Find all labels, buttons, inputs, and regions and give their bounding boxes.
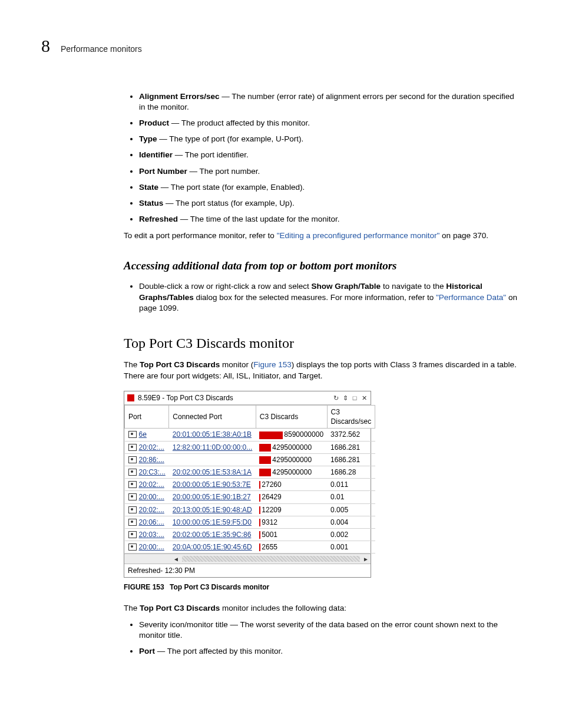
port-icon xyxy=(128,531,137,538)
discards-value: 12209 xyxy=(262,506,281,514)
scroll-track[interactable] xyxy=(182,556,360,562)
discards-sec-cell: 0.002 xyxy=(327,528,375,541)
table-row[interactable]: 20:00:...20:0A:00:05:1E:90:45:6D26550.00… xyxy=(125,541,375,554)
discards-value: 4295000000 xyxy=(272,468,312,476)
col-c3-discards-sec[interactable]: C3 Discards/sec xyxy=(327,406,375,429)
port-link[interactable]: 20:00:... xyxy=(139,492,164,502)
definition: Severity icon/monitor title — The worst … xyxy=(139,620,498,640)
figure-label: FIGURE 153 xyxy=(124,583,164,591)
discards-bar xyxy=(259,444,271,452)
connected-port-link[interactable]: 20:00:00:05:1E:90:53:7E xyxy=(173,480,251,489)
page-section-title: Performance monitors xyxy=(61,44,142,55)
connected-port-cell: 10:00:00:05:1E:59:F5:D0 xyxy=(169,516,256,528)
discards-cell: 2655 xyxy=(256,541,327,554)
figure-caption: FIGURE 153 Top Port C3 Discards monitor xyxy=(124,582,521,592)
definition: — The port number. xyxy=(187,167,260,176)
scroll-left-icon[interactable]: ◄ xyxy=(171,554,181,564)
discards-cell: 27260 xyxy=(256,479,327,491)
horizontal-scrollbar[interactable]: ◄ ► xyxy=(124,554,371,564)
port-cell: 20:02:... xyxy=(125,479,169,491)
discards-sec-cell: 0.01 xyxy=(327,491,375,503)
port-link[interactable]: 20:03:... xyxy=(139,530,164,539)
discards-bar xyxy=(259,543,260,551)
collapse-icon[interactable]: ⇕ xyxy=(342,394,349,401)
table-row[interactable]: 20:02:...20:13:00:05:1E:90:48:AD122090.0… xyxy=(125,503,375,516)
discards-cell: 9312 xyxy=(256,516,327,528)
table-row[interactable]: 20:03:...20:02:00:05:1E:35:9C:8650010.00… xyxy=(125,528,375,541)
refresh-icon[interactable]: ↻ xyxy=(332,394,339,401)
discards-bar xyxy=(259,506,260,514)
port-link[interactable]: 20:86:... xyxy=(139,455,164,465)
page-header: 8 Performance monitors xyxy=(41,34,521,58)
list-item: State — The port state (for example, Ena… xyxy=(139,182,521,193)
sub-heading: Accessing additional data from top or bo… xyxy=(124,258,521,274)
port-icon xyxy=(128,431,137,438)
connected-port-link[interactable]: 20:0A:00:05:1E:90:45:6D xyxy=(173,543,252,551)
table-row[interactable]: 20:02:...12:82:00:11:0D:00:00:0...429500… xyxy=(125,441,375,453)
data-includes-list: Severity icon/monitor title — The worst … xyxy=(124,620,521,657)
connected-port-link[interactable]: 20:02:00:05:1E:53:8A:1A xyxy=(173,468,252,476)
term: State xyxy=(139,183,158,192)
figure-ref-link[interactable]: Figure 153 xyxy=(253,360,292,369)
discards-value: 5001 xyxy=(262,531,277,539)
content-area: Alignment Errors/sec — The number (error… xyxy=(124,91,521,657)
discards-bar xyxy=(259,481,260,489)
discards-cell: 26429 xyxy=(256,491,327,503)
connected-port-link[interactable]: 20:01:00:05:1E:38:A0:1B xyxy=(173,430,252,439)
port-icon xyxy=(128,493,137,500)
port-icon xyxy=(128,519,137,526)
port-link[interactable]: 20:06:... xyxy=(139,518,164,527)
table-row[interactable]: 20:02:...20:00:00:05:1E:90:53:7E272600.0… xyxy=(125,479,375,491)
connected-port-cell: 20:13:00:05:1E:90:48:AD xyxy=(169,503,256,516)
discards-cell: 4295000000 xyxy=(256,466,327,478)
discards-cell: 4295000000 xyxy=(256,441,327,453)
col-connected-port[interactable]: Connected Port xyxy=(169,406,256,429)
col-port[interactable]: Port xyxy=(125,406,169,429)
table-row[interactable]: 6e20:01:00:05:1E:38:A0:1B85900000003372.… xyxy=(125,429,375,441)
port-link[interactable]: 20:02:... xyxy=(139,480,164,489)
discards-bar xyxy=(259,469,271,476)
connected-port-cell: 20:00:00:05:1E:90:53:7E xyxy=(169,479,256,491)
port-icon xyxy=(128,543,137,551)
port-link[interactable]: 20:00:... xyxy=(139,542,164,552)
definition: — The port state (for example, Enabled). xyxy=(158,183,305,192)
discards-sec-cell: 0.004 xyxy=(327,516,375,528)
connected-port-link[interactable]: 20:02:00:05:1E:35:9C:86 xyxy=(173,531,251,539)
discards-sec-cell: 3372.562 xyxy=(327,429,375,441)
col-c3-discards[interactable]: C3 Discards xyxy=(256,406,327,429)
connected-port-cell: 20:02:00:05:1E:35:9C:86 xyxy=(169,528,256,541)
port-icon xyxy=(128,481,137,488)
page-number: 8 xyxy=(41,34,50,58)
refreshed-status: Refreshed- 12:30 PM xyxy=(124,564,371,577)
edit-monitor-link[interactable]: "Editing a preconfigured performance mon… xyxy=(277,231,440,240)
table-row[interactable]: 20:C3:...20:02:00:05:1E:53:8A:1A42950000… xyxy=(125,466,375,478)
connected-port-link[interactable]: 20:00:00:05:1E:90:1B:27 xyxy=(173,493,251,501)
connected-port-link[interactable]: 10:00:00:05:1E:59:F5:D0 xyxy=(173,518,252,526)
definition: — The time of the last update for the mo… xyxy=(178,215,339,223)
definition: — The product affected by this monitor. xyxy=(169,118,310,127)
port-link[interactable]: 20:02:... xyxy=(139,505,164,515)
discards-bar xyxy=(259,531,260,539)
port-link[interactable]: 20:02:... xyxy=(139,443,164,452)
discards-value: 8590000000 xyxy=(284,430,323,439)
section-title: Top Port C3 Discards monitor xyxy=(124,334,521,353)
table-row[interactable]: 20:06:...10:00:00:05:1E:59:F5:D093120.00… xyxy=(125,516,375,528)
maximize-icon[interactable]: □ xyxy=(351,394,358,401)
list-item: Product — The product affected by this m… xyxy=(139,118,521,129)
performance-data-link[interactable]: "Performance Data" xyxy=(436,293,506,302)
connected-port-link[interactable]: 12:82:00:11:0D:00:00:0... xyxy=(173,443,252,452)
port-link[interactable]: 20:C3:... xyxy=(139,467,166,477)
port-icon xyxy=(128,506,137,513)
table-row[interactable]: 20:00:...20:00:00:05:1E:90:1B:27264290.0… xyxy=(125,491,375,503)
definition-list: Alignment Errors/sec — The number (error… xyxy=(124,91,521,225)
close-icon[interactable]: ✕ xyxy=(361,394,368,401)
discards-sec-cell: 1686.281 xyxy=(327,441,375,453)
connected-port-link[interactable]: 20:13:00:05:1E:90:48:AD xyxy=(173,506,252,514)
scroll-right-icon[interactable]: ► xyxy=(361,554,371,564)
list-item: Type — The type of port (for example, U-… xyxy=(139,134,521,144)
port-link[interactable]: 6e xyxy=(139,430,147,439)
table-row[interactable]: 20:86:...42950000001686.281 xyxy=(125,453,375,466)
severity-icon xyxy=(127,394,134,401)
discards-value: 2655 xyxy=(262,543,277,551)
port-cell: 20:00:... xyxy=(125,541,169,554)
